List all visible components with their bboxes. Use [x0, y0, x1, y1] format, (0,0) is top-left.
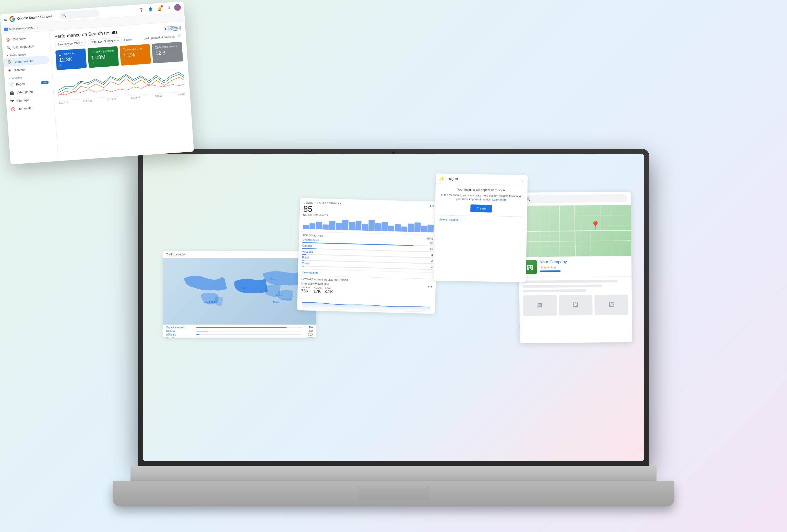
ts-name-4: Paid Search [166, 337, 194, 337]
laptop: Traffic by region [87, 149, 700, 532]
export-button[interactable]: ⬇ EXPORT [164, 25, 181, 31]
bp-map: 📍 [518, 205, 632, 257]
bar-1 [303, 225, 309, 229]
search-type-filter[interactable]: Search type: Web ✏ [55, 40, 86, 47]
country-val-1: 99 [430, 242, 433, 245]
app-title: Google Search Console [17, 14, 52, 21]
insights-view-all[interactable]: View all insights → [435, 215, 527, 224]
insights-body-text: Your Insights will appear here soon. [439, 187, 524, 192]
rating-bar [540, 270, 560, 272]
bar-11 [368, 220, 375, 231]
svg-text:China: China [271, 278, 277, 281]
date-filter-label: Date: Last 3 months [91, 39, 116, 44]
company-name: Your Company [540, 260, 567, 264]
detail-line-2 [523, 285, 602, 288]
country-bar-fill-3 [302, 254, 306, 254]
add-new-button[interactable]: + New [124, 38, 132, 41]
bar-18 [414, 222, 421, 232]
trend-chart-svg [301, 295, 431, 312]
new-badge: New [41, 81, 49, 84]
pages-label: Pages [16, 82, 25, 86]
ts-val-1: 99K [304, 326, 313, 329]
country-val-2: 13 [430, 247, 433, 250]
touchpad [358, 486, 429, 502]
gsc-content-area: 🏠 Overview 🔍 URL inspection ▾ Performanc… [2, 21, 194, 164]
screen-bg: Traffic by region [143, 154, 644, 461]
svg-line-9 [575, 205, 575, 257]
thumb-3: 🖼 [594, 294, 629, 315]
bar-3 [316, 222, 322, 230]
bar-20 [427, 224, 433, 232]
ctr-checkbox [123, 48, 126, 51]
impressions-label-row: Total impressions [91, 49, 115, 53]
perf-section-label: Performance [10, 53, 26, 57]
svg-line-20 [57, 69, 184, 78]
position-label: Average position [158, 45, 177, 49]
ts-row-3: Affiliates 3.2K [166, 333, 313, 336]
ts-row-4: Paid Search 2.6K [166, 337, 313, 337]
svg-text:Taiwan: Taiwan [273, 301, 280, 303]
svg-rect-17 [529, 268, 530, 269]
apps-grid-icon-btn[interactable]: ⠿ [165, 4, 173, 12]
ctr-label: Average CTR [126, 47, 142, 51]
position-label-row: Average position [155, 44, 179, 49]
export-down-icon: ⬇ [164, 27, 167, 31]
ts-name-2: Referral [166, 330, 194, 332]
bp-text-info: Your Company ★★★★★ [540, 260, 567, 272]
date-filter[interactable]: Date: Last 3 months ✏ [88, 37, 122, 45]
position-info-icon: ⓘ [156, 56, 180, 61]
notifications-icon-btn[interactable]: 🔔 1 [155, 5, 164, 13]
gsc-nav: 🏠 Overview 🔍 URL inspection ▾ Performanc… [2, 31, 59, 164]
search-bar[interactable]: 🔍 [59, 9, 99, 19]
date-2: 14 [346, 311, 349, 314]
insights-menu-icon: ⋮ [521, 178, 524, 182]
url-dropdown-icon[interactable]: ▾ [37, 26, 38, 28]
users-icon-btn[interactable]: 👤 [146, 5, 154, 13]
detail-line-1 [523, 280, 617, 283]
last-updated-help-icon[interactable]: ⓘ [178, 34, 181, 38]
bar-4 [322, 224, 328, 230]
country-name-2: Canada [302, 244, 312, 247]
bar-8 [349, 222, 355, 230]
country-bar-fill-4 [302, 260, 304, 261]
google-g-nav-icon [7, 60, 11, 65]
traffic-map-card: Traffic by region [163, 251, 316, 337]
country-val-3: 3 [431, 253, 433, 257]
user-avatar[interactable] [174, 4, 181, 11]
realtime-status: ● ▾ [429, 204, 434, 208]
ts-name-3: Affiliates [166, 333, 194, 336]
indexing-section-label: Indexing [11, 76, 22, 80]
insights-create-button[interactable]: Create [470, 204, 492, 212]
bar-16 [401, 226, 407, 232]
svg-rect-16 [528, 268, 529, 269]
video-icon: 🎬 [9, 91, 14, 95]
traffic-map-header: Traffic by region [163, 251, 316, 258]
country-name-3: Australia [302, 250, 313, 253]
ua-chart-title: User activity over time [301, 282, 329, 286]
bar-14 [388, 225, 394, 231]
insights-learn-more[interactable]: Learn more [492, 198, 507, 201]
hamburger-icon[interactable]: ☰ [3, 17, 7, 22]
sitemaps-icon: 🗺 [10, 99, 14, 103]
svg-text:India: India [242, 287, 248, 289]
screen-inner: Traffic by region [143, 154, 644, 461]
search-results-label: Search results [14, 59, 33, 64]
country-name-4: Brasil [302, 256, 309, 259]
insights-sub-text: In the meantime, you can create more cus… [439, 193, 524, 202]
bar-7 [342, 220, 348, 230]
last-updated-text: Last updated: 4 hours ago [144, 35, 176, 40]
bar-2 [309, 223, 315, 229]
business-profile-card: 🔍 [518, 192, 632, 343]
user-activity-section: HOW ARE ACTIVE USERS TRENDING? User acti… [297, 275, 435, 314]
svg-rect-14 [529, 266, 530, 267]
bar-9 [355, 221, 362, 231]
country-val-4: 2 [431, 259, 432, 262]
ts-val-4: 2.6K [304, 337, 313, 337]
ts-bar-3 [196, 334, 199, 335]
bp-search-bar[interactable]: 🔍 [522, 194, 628, 203]
metric-impressions: Total impressions 1.08M ⓘ [87, 46, 119, 68]
camera [392, 151, 395, 154]
impressions-checkbox [91, 50, 93, 53]
help-icon-btn[interactable]: ❓ [137, 6, 145, 14]
main-gsc-card: ☰ Google Search Console 🔍 ❓ 👤 🔔 1 ⠿ [0, 2, 194, 164]
